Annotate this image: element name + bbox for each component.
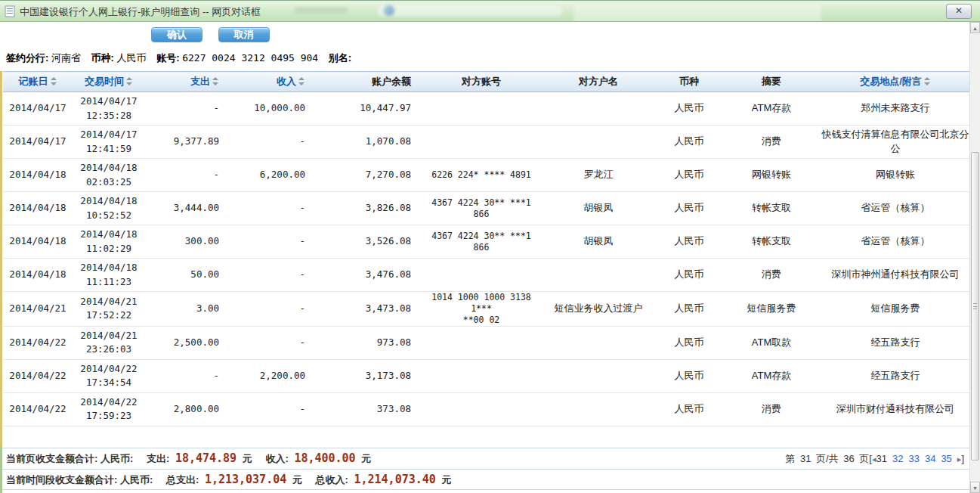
scroll-down-icon[interactable]: ▼: [970, 482, 980, 493]
current-page-number: 31: [800, 453, 811, 464]
table-row: 2014/04/222014/04/2217:34:54-2,200.003,1…: [3, 359, 970, 392]
cell-transaction-time: 2014/04/2217:59:23: [73, 392, 145, 426]
scroll-up-icon[interactable]: ▲: [970, 22, 980, 33]
cancel-button[interactable]: 取消: [218, 27, 270, 42]
background-browser-artifact: [295, 7, 348, 13]
cell-counterparty-account: [422, 359, 541, 392]
column-header-outflow[interactable]: 支出: [145, 72, 230, 92]
cell-post-date: 2014/04/21: [3, 292, 73, 327]
confirm-button[interactable]: 确认: [151, 27, 202, 42]
column-header-currency: 币种: [656, 72, 722, 92]
cell-summary: 消费: [722, 259, 821, 292]
cell-inflow: -: [230, 225, 316, 259]
cell-counterparty-name: 胡银凤: [541, 225, 656, 259]
cell-counterparty-name: [541, 126, 656, 159]
cell-counterparty-name: [541, 259, 656, 292]
table-row: 2014/04/182014/04/1811:02:29300.00-3,526…: [3, 225, 970, 259]
cell-counterparty-account: [422, 92, 541, 126]
sort-icon: [126, 77, 133, 85]
table-row: 2014/04/182014/04/1802:03:25-6,200.007,2…: [3, 159, 970, 192]
page-link-32[interactable]: 32: [892, 453, 903, 464]
cell-inflow: 10,000.00: [230, 92, 316, 126]
cell-transaction-time: 2014/04/1712:41:59: [73, 126, 145, 159]
period-inflow-total: 1,214,073.40: [354, 473, 435, 486]
cell-inflow: 6,200.00: [230, 159, 316, 192]
cell-summary: 网银转账: [722, 159, 821, 192]
cell-outflow: 300.00: [145, 225, 230, 259]
transaction-rows: 2014/04/172014/04/1712:35:28-10,000.0010…: [3, 92, 970, 426]
page-link-35[interactable]: 35: [941, 453, 951, 464]
branch-label: 签约分行:: [6, 52, 48, 64]
cell-counterparty-name: 胡银凤: [541, 192, 656, 225]
period-outflow-total: 1,213,037.04: [205, 473, 286, 486]
page-summary: 当前页收支金额合计: 人民币: 支出: 18,474.89 元 收入: 18,4…: [6, 451, 371, 466]
cell-post-date: 2014/04/22: [3, 326, 73, 359]
column-header-summary: 摘要: [722, 72, 821, 92]
page-outflow-total: 18,474.89: [175, 451, 236, 465]
sort-icon: [51, 77, 57, 85]
cell-transaction-time: 2014/04/2217:34:54: [73, 359, 145, 392]
column-header-counterparty-account: 对方账号: [422, 72, 541, 92]
cell-counterparty-account: 4367 4224 30** ***1 866: [422, 192, 541, 225]
cell-currency: 人民币: [656, 159, 722, 192]
cell-post-date: 2014/04/18: [3, 225, 73, 259]
cell-inflow: 2,200.00: [230, 359, 316, 392]
cell-outflow: -: [145, 92, 230, 126]
total-pages: 36: [843, 453, 854, 464]
cell-counterparty-account: 4367 4224 30** ***1 866: [422, 225, 541, 259]
background-browser-tab: [573, 2, 822, 22]
cell-balance: 10,447.97: [316, 92, 422, 126]
page-link-33[interactable]: 33: [908, 453, 919, 464]
cell-place: 短信服务费: [821, 292, 970, 327]
transactions-table: 记账日 交易时间 支出 收入 账户余额 对方账号 对方户名 币种 摘要 交易地点…: [3, 71, 970, 426]
cell-counterparty-account: [422, 259, 541, 292]
dialog-content: 确认 取消 签约分行: 河南省 币种: 人民币 账号: 6227 0024 32…: [0, 22, 980, 493]
cell-balance: 373.08: [316, 392, 422, 426]
cell-transaction-time: 2014/04/1802:03:25: [73, 159, 145, 192]
cell-counterparty-account: [422, 392, 541, 426]
cell-inflow: -: [230, 192, 316, 225]
cell-currency: 人民币: [656, 225, 722, 259]
scrollbar-thumb[interactable]: [971, 152, 979, 460]
sort-icon: [924, 77, 931, 85]
cell-transaction-time: 2014/04/2123:26:03: [73, 326, 145, 359]
cell-balance: 973.08: [316, 326, 422, 359]
column-header-inflow[interactable]: 收入: [230, 72, 316, 92]
close-icon[interactable]: ✕: [946, 4, 972, 19]
prev-page-icon[interactable]: ◂: [872, 454, 876, 464]
column-header-transaction-time[interactable]: 交易时间: [73, 72, 145, 92]
page-summary-row: 当前页收支金额合计: 人民币: 支出: 18,474.89 元 收入: 18,4…: [0, 448, 970, 469]
cell-transaction-time: 2014/04/2117:52:22: [73, 292, 145, 327]
table-row: 2014/04/222014/04/2123:26:032,500.00-973…: [3, 326, 970, 359]
page-links: 32333435: [892, 453, 957, 464]
table-row: 2014/04/212014/04/2117:52:223.00-3,473.0…: [3, 292, 970, 327]
cell-outflow: 3.00: [145, 292, 230, 327]
alias-label: 别名:: [329, 52, 351, 64]
table-row: 2014/04/172014/04/1712:41:599,377.89-1,0…: [3, 126, 970, 159]
cell-inflow: -: [230, 259, 316, 292]
sort-icon: [212, 77, 219, 85]
currency-value: 人民币: [117, 52, 147, 64]
page-link-34[interactable]: 34: [925, 453, 935, 464]
vertical-scrollbar: ▲ ▼: [969, 22, 980, 493]
cell-counterparty-name: [541, 359, 656, 392]
globe-icon: [384, 5, 394, 16]
column-header-place[interactable]: 交易地点/附言: [821, 72, 970, 92]
cell-counterparty-account: [422, 126, 541, 159]
cell-transaction-time: 2014/04/1810:52:52: [73, 192, 145, 225]
cell-currency: 人民币: [656, 292, 722, 327]
column-header-post-date[interactable]: 记账日: [3, 72, 73, 92]
cell-counterparty-account: 1014 1000 1000 3138 1*** **00 02: [422, 292, 541, 327]
cell-place: 快钱支付清算信息有限公司北京分公: [821, 126, 970, 159]
cell-currency: 人民币: [656, 326, 722, 359]
cell-post-date: 2014/04/22: [3, 359, 73, 392]
currency-label: 币种:: [91, 52, 114, 64]
cell-place: 经五路支行: [821, 326, 970, 359]
summaries: 当前页收支金额合计: 人民币: 支出: 18,474.89 元 收入: 18,4…: [0, 448, 970, 490]
column-header-counterparty-name: 对方户名: [541, 72, 656, 92]
table-header-row: 记账日 交易时间 支出 收入 账户余额 对方账号 对方户名 币种 摘要 交易地点…: [3, 72, 970, 92]
cell-counterparty-name: 短信业务收入过渡户: [541, 292, 656, 327]
account-number-label: 账号:: [156, 52, 179, 64]
cell-currency: 人民币: [656, 359, 722, 392]
cell-summary: ATM取款: [722, 326, 821, 359]
